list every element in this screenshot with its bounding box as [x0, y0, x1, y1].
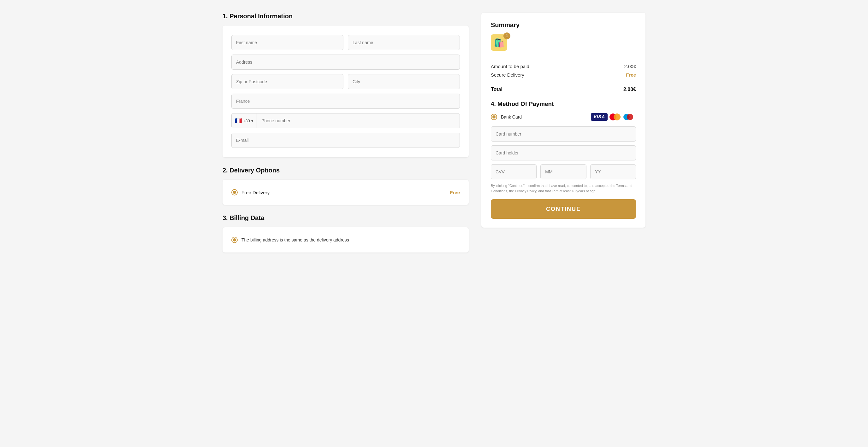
page-wrapper: 1. Personal Information 🇫🇷 +33 — [213, 0, 655, 275]
delivery-value: Free — [626, 72, 636, 77]
delivery-label: Secure Delivery — [491, 72, 524, 77]
continue-button[interactable]: CONTINUE — [491, 199, 636, 219]
city-input[interactable] — [348, 74, 460, 89]
bag-icon-wrapper: 🛍️ 1 — [491, 34, 508, 52]
personal-section-title: 1. Personal Information — [222, 12, 469, 20]
email-row — [231, 133, 460, 148]
phone-wrapper: 🇫🇷 +33 ▾ — [231, 113, 460, 128]
amount-value: 2.00€ — [624, 64, 636, 69]
billing-card: The billing address is the same as the d… — [222, 227, 469, 252]
free-delivery-label: Free Delivery — [242, 190, 446, 195]
free-delivery-radio[interactable] — [231, 189, 238, 196]
same-address-label: The billing address is the same as the d… — [242, 237, 349, 242]
left-column: 1. Personal Information 🇫🇷 +33 — [222, 12, 469, 262]
payment-title: 4. Method Of Payment — [491, 101, 636, 107]
address-input[interactable] — [231, 55, 460, 70]
legal-text: By clicking "Continue", I confirm that I… — [491, 183, 636, 194]
same-address-radio[interactable] — [231, 237, 238, 243]
month-input[interactable] — [540, 164, 586, 179]
phone-number-input[interactable] — [257, 113, 460, 128]
phone-row: 🇫🇷 +33 ▾ — [231, 113, 460, 128]
amount-row: Amount to be paid 2.00€ — [491, 64, 636, 69]
bank-card-radio[interactable] — [491, 114, 497, 120]
cvv-input[interactable] — [491, 164, 536, 179]
phone-flag-selector[interactable]: 🇫🇷 +33 ▾ — [232, 113, 257, 128]
country-input[interactable] — [231, 94, 460, 109]
address-row — [231, 55, 460, 70]
zip-input[interactable] — [231, 74, 343, 89]
amount-label: Amount to be paid — [491, 64, 529, 69]
year-input[interactable] — [590, 164, 636, 179]
total-value: 2.00€ — [623, 87, 636, 92]
country-row — [231, 94, 460, 109]
card-logos: VISA — [591, 113, 636, 121]
billing-option-row[interactable]: The billing address is the same as the d… — [231, 237, 460, 243]
last-name-input[interactable] — [348, 35, 460, 50]
card-holder-input[interactable] — [491, 145, 636, 161]
summary-title: Summary — [491, 22, 636, 29]
total-row: Total 2.00€ — [491, 87, 636, 92]
personal-info-card: 🇫🇷 +33 ▾ — [222, 26, 469, 157]
chevron-down-icon: ▾ — [251, 118, 253, 123]
item-count-badge: 1 — [503, 32, 510, 39]
first-name-input[interactable] — [231, 35, 343, 50]
delivery-row: Secure Delivery Free — [491, 72, 636, 77]
payment-section: 4. Method Of Payment Bank Card VISA — [491, 101, 636, 219]
delivery-card: Free Delivery Free — [222, 180, 469, 205]
total-label: Total — [491, 87, 502, 92]
bank-card-option-row[interactable]: Bank Card VISA — [491, 113, 636, 121]
free-delivery-price: Free — [450, 190, 460, 195]
name-row — [231, 35, 460, 50]
summary-divider — [491, 82, 636, 82]
mastercard-logo — [610, 113, 621, 121]
bank-card-label: Bank Card — [501, 114, 522, 119]
right-column: Summary 🛍️ 1 Amount to be paid 2.00€ Sec… — [482, 12, 646, 228]
zip-city-row — [231, 74, 460, 89]
email-input[interactable] — [231, 133, 460, 148]
card-inputs — [491, 127, 636, 179]
visa-logo: VISA — [591, 113, 608, 121]
summary-card: Summary 🛍️ 1 Amount to be paid 2.00€ Sec… — [482, 12, 646, 228]
france-flag-icon: 🇫🇷 — [235, 117, 242, 124]
delivery-option-row[interactable]: Free Delivery Free — [231, 189, 460, 196]
maestro-logo — [623, 113, 636, 121]
delivery-section-title: 2. Delivery Options — [222, 167, 469, 174]
card-number-input[interactable] — [491, 127, 636, 142]
billing-section-title: 3. Billing Data — [222, 214, 469, 221]
phone-code: +33 — [243, 118, 250, 123]
cvv-expiry-row — [491, 164, 636, 179]
summary-header: 🛍️ 1 — [491, 34, 636, 58]
